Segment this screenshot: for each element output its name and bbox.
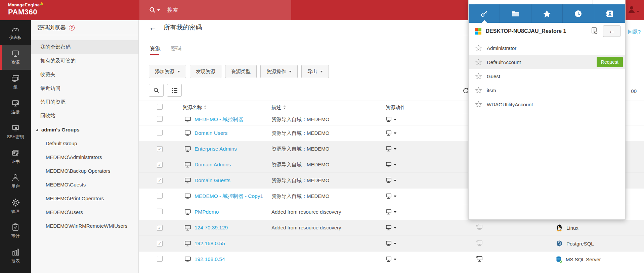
tab-resources[interactable]: 资源	[150, 45, 161, 55]
request-button[interactable]: Request	[597, 57, 623, 67]
sidebar-item-users[interactable]: 用户	[0, 169, 31, 194]
tab-favorites[interactable]	[531, 4, 563, 23]
row-checkbox[interactable]	[157, 209, 163, 214]
account-row[interactable]: DefaultAccount Request	[469, 55, 625, 69]
sidebar-item-resources[interactable]: 资源	[0, 45, 31, 70]
column-header-name[interactable]: 资源名称	[182, 104, 207, 111]
resource-action-dropdown[interactable]	[386, 209, 475, 215]
account-name[interactable]: WDAGUtilityAccount	[487, 102, 533, 107]
pe-item-owned-managed[interactable]: 拥有的及可管的	[31, 54, 138, 68]
ssh-keys-icon	[11, 124, 20, 132]
resource-types-button[interactable]: 资源类型	[225, 65, 257, 78]
sidebar-item-certificates[interactable]: 证书	[0, 144, 31, 169]
table-search-button[interactable]	[149, 84, 164, 97]
tab-recent[interactable]	[563, 4, 594, 23]
favorite-star-icon[interactable]	[475, 59, 482, 65]
pe-group-administrators[interactable]: MEDEMO\Administrators	[31, 150, 138, 164]
sidebar-item-groups[interactable]: 组	[0, 70, 31, 95]
add-resource-button[interactable]: 添加资源	[149, 65, 186, 78]
row-checkbox[interactable]	[157, 116, 163, 122]
favorite-star-icon[interactable]	[475, 87, 482, 93]
resource-action-dropdown[interactable]	[386, 130, 475, 136]
resource-name-link[interactable]: 192.168.0.54	[195, 256, 225, 262]
sidebar-item-admin[interactable]: 管理	[0, 194, 31, 219]
resource-actions-button[interactable]: 资源操作	[260, 65, 298, 78]
sidebar-item-reports[interactable]: 报表	[0, 243, 31, 268]
resource-name-link[interactable]: 192.168.0.55	[195, 240, 225, 247]
select-all-checkbox[interactable]	[157, 104, 163, 110]
popup-search-input[interactable]	[475, 0, 593, 4]
row-checkbox[interactable]	[157, 193, 163, 199]
export-button[interactable]: 导出	[301, 65, 329, 78]
pe-group-winrm[interactable]: MEDEMO\WinRMRemoteWMIUsers	[31, 219, 138, 233]
account-name[interactable]: itsm	[487, 88, 496, 93]
resource-name-link[interactable]: MEDEMO - 域控制器 - Copy1	[195, 193, 263, 200]
account-name[interactable]: Administrator	[487, 45, 516, 51]
row-checkbox[interactable]: ✓	[157, 241, 163, 247]
account-row[interactable]: WDAGUtilityAccount	[469, 97, 625, 111]
resource-action-dropdown[interactable]	[386, 146, 475, 152]
sidebar-item-connections[interactable]: 连接	[0, 95, 31, 119]
tab-passwords[interactable]: 密码	[171, 45, 181, 55]
row-checkbox[interactable]: ✓	[157, 225, 163, 231]
remote-connection-icon[interactable]	[475, 242, 483, 248]
resource-name-link[interactable]: PMPdemo	[195, 209, 219, 215]
column-header-desc[interactable]: 描述	[271, 104, 286, 111]
back-arrow-button[interactable]: ←	[149, 23, 157, 32]
pe-group-default[interactable]: Default Group	[31, 136, 138, 150]
account-row[interactable]: itsm	[469, 83, 625, 97]
account-row[interactable]: Guest	[469, 69, 625, 83]
pe-item-favorites[interactable]: 收藏夹	[31, 68, 138, 81]
account-name[interactable]: DefaultAccount	[487, 59, 521, 65]
popup-tab-bar	[469, 4, 625, 23]
tab-contacts[interactable]	[594, 4, 625, 23]
pe-group-print-operators[interactable]: MEDEMO\Print Operators	[31, 192, 138, 205]
row-checkbox[interactable]	[157, 256, 163, 262]
resource-report-button[interactable]: i	[591, 27, 598, 36]
resource-action-dropdown[interactable]	[386, 116, 475, 123]
resource-name-link[interactable]: Domain Admins	[195, 162, 231, 168]
row-checkbox[interactable]: ✓	[157, 178, 163, 183]
list-view-button[interactable]	[167, 84, 182, 97]
popup-back-button[interactable]: ←	[603, 25, 620, 37]
resource-action-dropdown[interactable]	[386, 193, 475, 200]
tab-files[interactable]	[500, 4, 531, 23]
sidebar-item-ssh-keys[interactable]: SSH密钥	[0, 119, 31, 144]
global-search[interactable]: 搜索	[139, 0, 291, 20]
user-menu[interactable]	[627, 5, 639, 14]
resource-action-dropdown[interactable]	[386, 162, 475, 168]
monitor-icon	[184, 130, 191, 136]
sidebar-item-audit[interactable]: 审计	[0, 219, 31, 243]
remote-connection-icon[interactable]	[475, 226, 483, 232]
discover-resource-button[interactable]: 发现资源	[190, 65, 221, 78]
resource-name-link[interactable]: Domain Guests	[195, 177, 230, 183]
favorite-star-icon[interactable]	[475, 73, 482, 79]
help-link[interactable]: 问题?	[628, 29, 641, 35]
resource-name-link[interactable]: Enterprise Admins	[195, 146, 237, 152]
resource-name-link[interactable]: MEDEMO - 域控制器	[195, 116, 244, 123]
favorite-star-icon[interactable]	[475, 101, 482, 107]
help-icon[interactable]: ?	[69, 25, 75, 31]
pe-item-recent[interactable]: 最近访问	[31, 81, 138, 95]
pe-item-all-my-passwords[interactable]: 我的全部密码	[31, 40, 138, 54]
resource-action-dropdown[interactable]	[386, 225, 475, 231]
resource-action-dropdown[interactable]	[386, 177, 475, 184]
pe-group-header[interactable]: admin's Groups	[31, 123, 138, 136]
sidebar-item-dashboard[interactable]: 仪表板	[0, 20, 31, 45]
pe-item-disabled-resources[interactable]: 禁用的资源	[31, 95, 138, 109]
row-checkbox[interactable]	[157, 130, 163, 135]
row-checkbox[interactable]: ✓	[157, 162, 163, 168]
account-row[interactable]: Administrator	[469, 41, 625, 55]
resource-action-dropdown[interactable]	[386, 256, 475, 263]
remote-connection-icon[interactable]	[475, 258, 483, 263]
resource-action-dropdown[interactable]	[386, 240, 475, 247]
resource-name-link[interactable]: 124.70.39.129	[195, 225, 228, 231]
pe-item-recycle-bin[interactable]: 回收站	[31, 109, 138, 123]
account-name[interactable]: Guest	[487, 73, 500, 79]
resource-name-link[interactable]: Domain Users	[195, 130, 227, 136]
row-checkbox[interactable]: ✓	[157, 146, 163, 152]
favorite-star-icon[interactable]	[475, 45, 482, 51]
pe-group-guests[interactable]: MEDEMO\Guests	[31, 178, 138, 192]
pe-group-backup-operators[interactable]: MEDEMO\Backup Operators	[31, 164, 138, 178]
pe-group-users[interactable]: MEDEMO\Users	[31, 205, 138, 219]
